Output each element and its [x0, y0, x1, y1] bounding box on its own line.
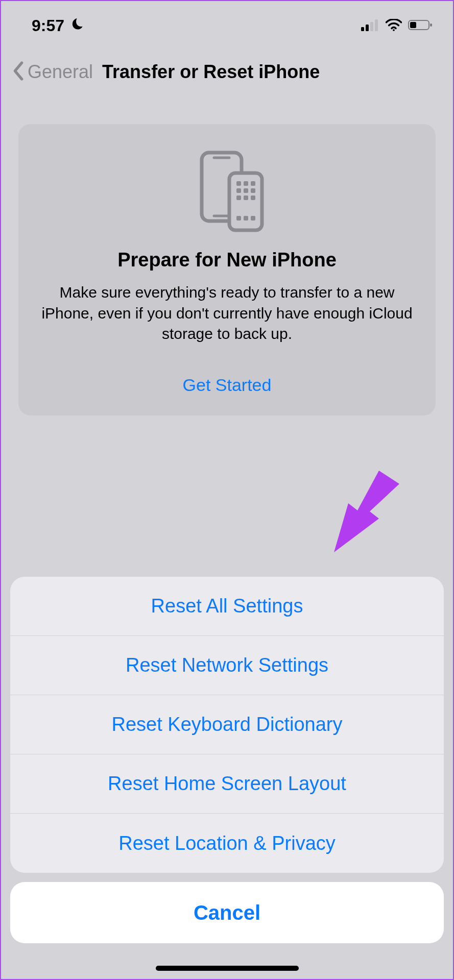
reset-location-privacy-item[interactable]: Reset Location & Privacy	[10, 814, 444, 873]
svg-rect-21	[236, 216, 241, 220]
battery-icon	[408, 16, 433, 35]
svg-rect-15	[236, 188, 241, 193]
iphone-screen: 9:57	[0, 0, 454, 980]
svg-rect-20	[251, 195, 255, 200]
prepare-body: Make sure everything's ready to transfer…	[37, 282, 417, 345]
nav-header: General Transfer or Reset iPhone	[1, 40, 453, 93]
svg-rect-18	[236, 195, 241, 200]
cellular-signal-icon	[361, 16, 379, 35]
svg-rect-14	[251, 181, 255, 186]
reset-home-screen-layout-item[interactable]: Reset Home Screen Layout	[10, 754, 444, 814]
svg-rect-16	[244, 188, 248, 193]
prepare-title: Prepare for New iPhone	[37, 249, 417, 271]
svg-rect-13	[244, 181, 248, 186]
back-chevron-icon[interactable]	[11, 61, 26, 83]
reset-all-settings-item[interactable]: Reset All Settings	[10, 577, 444, 636]
wifi-icon	[386, 16, 402, 35]
svg-rect-12	[236, 181, 241, 186]
status-right	[361, 16, 433, 35]
reset-action-sheet: Reset All Settings Reset Network Setting…	[10, 577, 444, 873]
home-indicator[interactable]	[156, 966, 299, 971]
get-started-button[interactable]: Get Started	[37, 375, 417, 395]
svg-rect-23	[251, 216, 255, 220]
svg-rect-22	[244, 216, 248, 220]
cancel-button[interactable]: Cancel	[10, 882, 444, 943]
reset-network-settings-item[interactable]: Reset Network Settings	[10, 636, 444, 695]
svg-rect-2	[370, 22, 373, 31]
svg-rect-0	[361, 27, 364, 31]
svg-marker-24	[334, 471, 399, 552]
svg-point-4	[393, 29, 395, 31]
reset-keyboard-dictionary-item[interactable]: Reset Keyboard Dictionary	[10, 695, 444, 754]
status-left: 9:57	[32, 16, 84, 35]
status-bar: 9:57	[1, 1, 453, 40]
back-button-label[interactable]: General	[28, 61, 93, 83]
svg-rect-1	[366, 24, 369, 31]
svg-rect-7	[430, 23, 432, 27]
svg-rect-17	[251, 188, 255, 193]
action-sheet-container: Reset All Settings Reset Network Setting…	[1, 577, 453, 979]
prepare-card: Prepare for New iPhone Make sure everyth…	[18, 124, 436, 415]
svg-rect-19	[244, 195, 248, 200]
svg-rect-6	[410, 22, 416, 28]
svg-rect-3	[375, 19, 378, 31]
devices-icon	[186, 150, 268, 234]
clock: 9:57	[32, 16, 64, 35]
page-title: Transfer or Reset iPhone	[102, 61, 320, 83]
do-not-disturb-icon	[69, 16, 84, 35]
annotation-arrow-icon	[328, 471, 399, 552]
